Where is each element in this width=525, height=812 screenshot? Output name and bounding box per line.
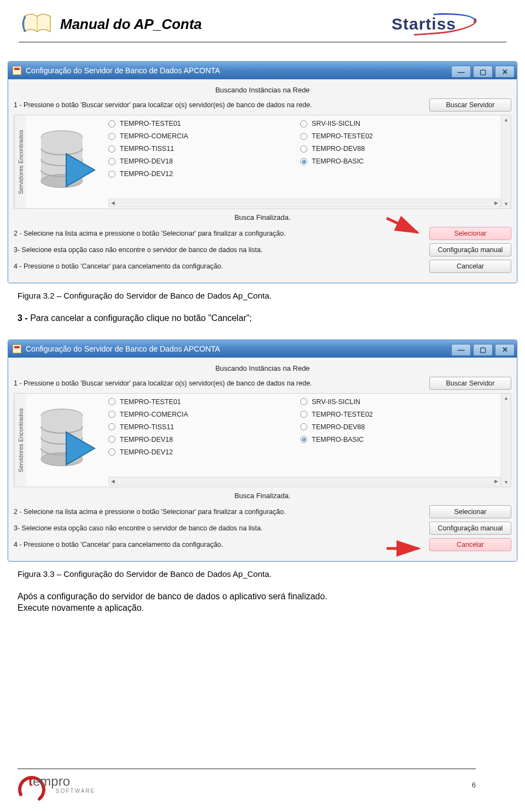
cancelar-button[interactable]: Cancelar — [429, 538, 511, 551]
server-option[interactable]: TEMPRO-TESTE01 — [108, 398, 298, 406]
server-option[interactable]: TEMPRO-TESTE02 — [300, 132, 490, 140]
horizontal-scrollbar[interactable]: ◀▶ — [108, 477, 501, 486]
selecionar-button[interactable]: Selecionar — [429, 505, 511, 518]
servers-col-1: TEMPRO-TESTE01 TEMPRO-COMERCIA TEMPRO-TI… — [108, 115, 300, 208]
step-3-text: 3- Selecione esta opção caso não encontr… — [14, 524, 426, 532]
titlebar: Configuração do Servidor de Banco de Dad… — [8, 62, 517, 79]
server-option[interactable]: TEMPRO-DEV18 — [108, 157, 298, 165]
window-title: Configuração do Servidor de Banco de Dad… — [26, 344, 220, 353]
server-option[interactable]: TEMPRO-COMERCIA — [108, 411, 298, 418]
server-option[interactable]: TEMPRO-TISS11 — [108, 423, 298, 431]
selecionar-button[interactable]: Selecionar — [429, 227, 511, 240]
server-option[interactable]: TEMPRO-COMERCIA — [108, 132, 298, 140]
server-option[interactable]: SRV-IIS-SICLIN — [300, 398, 490, 406]
body-paragraph-2: Após a configuração do servidor de banco… — [18, 591, 525, 614]
figure-caption-33: Figura 3.3 – Configuração do Servidor de… — [18, 569, 525, 579]
searching-label: Buscando Instâncias na Rede — [14, 364, 511, 372]
window-icon — [13, 66, 21, 75]
step-1-text: 1 - Pressione o botão 'Buscar servidor' … — [14, 101, 426, 109]
close-button[interactable]: ✕ — [495, 66, 515, 78]
servers-col-2: SRV-IIS-SICLIN TEMPRO-TESTE02 TEMPRO-DEV… — [300, 115, 501, 208]
server-option[interactable]: TEMPRO-BASIC — [300, 157, 490, 165]
server-option[interactable]: TEMPRO-TESTE02 — [300, 411, 490, 418]
servers-panel-label: Servidores Encontrados — [14, 115, 26, 208]
configuracao-manual-button[interactable]: Configuração manual — [429, 243, 511, 256]
server-option[interactable]: TEMPRO-DEV88 — [300, 145, 490, 153]
server-option[interactable]: SRV-IIS-SICLIN — [300, 120, 490, 127]
maximize-button[interactable]: ▢ — [473, 344, 493, 356]
server-option[interactable]: TEMPRO-DEV88 — [300, 423, 490, 431]
server-option[interactable]: TEMPRO-TISS11 — [108, 145, 298, 153]
maximize-button[interactable]: ▢ — [473, 66, 493, 78]
configuracao-manual-button[interactable]: Configuração manual — [429, 522, 511, 535]
searching-label: Buscando Instâncias na Rede — [14, 86, 511, 94]
servers-col-2: SRV-IIS-SICLIN TEMPRO-TESTE02 TEMPRO-DEV… — [300, 394, 501, 487]
minimize-button[interactable]: — — [451, 66, 471, 78]
window-title: Configuração do Servidor de Banco de Dad… — [26, 66, 220, 75]
step-4-text: 4 - Pressione o botão 'Cancelar' para ca… — [14, 541, 426, 548]
startiss-logo: Startiss — [372, 10, 476, 38]
servers-panel: Servidores Encontrados TEMPRO-TESTE01 TE… — [14, 393, 511, 487]
titlebar: Configuração do Servidor de Banco de Dad… — [8, 340, 517, 358]
status-text: Busca Finalizada. — [14, 492, 511, 500]
server-option[interactable]: TEMPRO-BASIC — [300, 436, 490, 443]
header-divider — [19, 42, 506, 43]
database-icon — [26, 394, 108, 487]
page-footer: tempro SOFTWARE 6 — [0, 768, 525, 797]
servers-panel-label: Servidores Encontrados — [14, 394, 26, 487]
footer-divider — [18, 768, 476, 769]
step-3-text: 3- Selecione esta opção caso não encontr… — [14, 246, 426, 254]
servers-col-1: TEMPRO-TESTE01 TEMPRO-COMERCIA TEMPRO-TI… — [108, 394, 300, 487]
status-text: Busca Finalizada. — [14, 213, 511, 221]
buscar-servidor-button[interactable]: Buscar Servidor — [429, 377, 511, 390]
close-button[interactable]: ✕ — [495, 344, 515, 356]
window-icon — [13, 344, 21, 353]
servers-panel: Servidores Encontrados TEMPRO-TESTE01 TE… — [14, 115, 511, 209]
step-2-text: 2 - Selecione na lista acima e pressione… — [14, 508, 426, 516]
document-title: Manual do AP_Conta — [60, 16, 202, 33]
body-paragraph-1: 3 - Para cancelar a configuração clique … — [18, 312, 525, 324]
server-option[interactable]: TEMPRO-DEV18 — [108, 436, 298, 443]
server-option[interactable]: TEMPRO-DEV12 — [108, 170, 298, 178]
server-option[interactable]: TEMPRO-DEV12 — [108, 448, 298, 456]
step-2-text: 2 - Selecione na lista acima e pressione… — [14, 230, 426, 237]
step-1-text: 1 - Pressione o botão 'Buscar servidor' … — [14, 379, 426, 387]
tempro-logo: tempro SOFTWARE — [18, 773, 94, 797]
vertical-scrollbar[interactable]: ▲ ▼ — [501, 394, 511, 487]
page-number: 6 — [472, 781, 476, 789]
buscar-servidor-button[interactable]: Buscar Servidor — [429, 98, 511, 112]
page-header: Manual do AP_Conta Startiss — [0, 0, 525, 42]
book-icon — [22, 11, 52, 37]
server-option[interactable]: TEMPRO-TESTE01 — [108, 120, 298, 127]
minimize-button[interactable]: — — [451, 344, 471, 356]
vertical-scrollbar[interactable]: ▲ ▼ — [501, 115, 511, 208]
config-window-1: Configuração do Servidor de Banco de Dad… — [8, 61, 517, 283]
database-icon — [26, 115, 108, 208]
step-4-text: 4 - Pressione o botão 'Cancelar' para ca… — [14, 262, 426, 270]
config-window-2: Configuração do Servidor de Banco de Dad… — [8, 340, 517, 562]
cancelar-button[interactable]: Cancelar — [429, 260, 511, 273]
horizontal-scrollbar[interactable]: ◀▶ — [108, 198, 501, 207]
figure-caption-32: Figura 3.2 – Configuração do Servidor de… — [18, 291, 525, 300]
